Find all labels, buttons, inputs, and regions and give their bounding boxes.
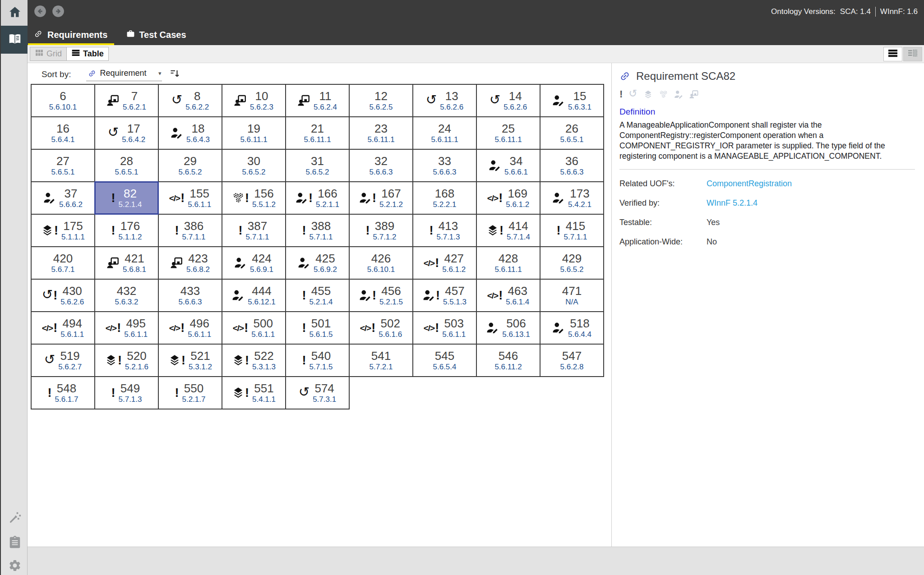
requirement-card[interactable]: 325.6.6.3 xyxy=(350,150,413,182)
requirement-card[interactable]: </>!5005.6.1.1 xyxy=(222,312,286,345)
requirement-card[interactable]: 1685.2.2.1 xyxy=(413,182,477,215)
requirement-card[interactable]: 4215.6.8.1 xyxy=(95,247,159,280)
requirement-card[interactable]: !1565.5.1.2 xyxy=(222,182,286,215)
requirement-card[interactable]: 315.6.5.2 xyxy=(286,150,350,182)
requirement-card[interactable]: !5505.2.1.7 xyxy=(159,377,222,409)
requirement-card[interactable]: 255.6.11.1 xyxy=(477,117,541,150)
requirement-card[interactable]: !5485.6.1.7 xyxy=(32,377,95,409)
requirement-card[interactable]: 4325.6.3.2 xyxy=(95,280,159,312)
requirement-card[interactable]: ↺5745.7.3.1 xyxy=(286,377,350,409)
list-layout-button[interactable] xyxy=(883,47,902,61)
requirement-card[interactable]: !4555.2.1.4 xyxy=(286,280,350,312)
requirement-card[interactable]: 275.6.5.1 xyxy=(32,150,95,182)
table-view-button[interactable]: Table xyxy=(67,47,108,60)
requirement-card[interactable]: ↺145.6.2.6 xyxy=(477,85,541,117)
requirement-card[interactable]: 4255.6.9.2 xyxy=(286,247,350,280)
requirement-card[interactable]: ↺175.6.4.2 xyxy=(95,117,159,150)
split-layout-button[interactable] xyxy=(903,47,922,61)
requirement-card[interactable]: !3875.7.1.1 xyxy=(222,215,286,247)
requirement-card[interactable]: </>!4635.6.1.4 xyxy=(477,280,541,312)
requirement-card[interactable]: 295.6.5.2 xyxy=(159,150,222,182)
requirement-card[interactable]: !1765.1.1.2 xyxy=(95,215,159,247)
sidebar-item-library[interactable] xyxy=(1,26,28,54)
requirement-card[interactable]: 4245.6.9.1 xyxy=(222,247,286,280)
requirement-card[interactable]: 245.6.11.1 xyxy=(413,117,477,150)
requirement-card[interactable]: 4295.6.5.2 xyxy=(541,247,604,280)
requirement-card[interactable]: 215.6.11.1 xyxy=(286,117,350,150)
requirement-card[interactable]: !5205.2.1.6 xyxy=(95,345,159,377)
requirement-card[interactable]: 75.6.2.1 xyxy=(95,85,159,117)
sidebar-item-home[interactable] xyxy=(1,0,28,26)
requirement-card[interactable]: !3885.7.1.1 xyxy=(286,215,350,247)
requirement-card[interactable]: !3895.7.1.2 xyxy=(350,215,413,247)
requirement-card[interactable]: 155.6.3.1 xyxy=(541,85,604,117)
requirement-card[interactable]: !4155.7.1.1 xyxy=(541,215,604,247)
requirement-card[interactable]: </>!5025.6.1.6 xyxy=(350,312,413,345)
requirement-card[interactable]: 125.6.2.5 xyxy=(350,85,413,117)
requirement-card[interactable]: 5415.7.2.1 xyxy=(350,345,413,377)
verified-by-link[interactable]: WInnF 5.2.1.4 xyxy=(707,198,758,208)
requirement-card[interactable]: !5495.7.1.3 xyxy=(95,377,159,409)
requirement-card[interactable]: </>!4965.6.1.1 xyxy=(159,312,222,345)
requirement-card[interactable]: !1665.2.1.1 xyxy=(286,182,350,215)
requirement-card[interactable]: 305.6.5.2 xyxy=(222,150,286,182)
requirement-card[interactable]: !4135.7.1.3 xyxy=(413,215,477,247)
requirement-card[interactable]: ↺!4305.6.2.6 xyxy=(32,280,95,312)
requirement-card[interactable]: </>!1695.6.1.2 xyxy=(477,182,541,215)
sort-field-select[interactable]: Requirement ▾ xyxy=(86,68,162,81)
requirement-card[interactable]: 335.6.6.3 xyxy=(413,150,477,182)
requirement-card[interactable]: 235.6.11.1 xyxy=(350,117,413,150)
grid-view-button[interactable]: Grid xyxy=(30,47,67,60)
requirement-card[interactable]: !4145.7.1.4 xyxy=(477,215,541,247)
requirement-card[interactable]: ↺5195.6.2.7 xyxy=(32,345,95,377)
requirement-card[interactable]: !4565.2.1.5 xyxy=(350,280,413,312)
requirement-card[interactable]: ↺135.6.2.6 xyxy=(413,85,477,117)
requirement-card[interactable]: 4235.6.8.2 xyxy=(159,247,222,280)
requirement-card[interactable]: 65.6.10.1 xyxy=(32,85,95,117)
forward-button[interactable] xyxy=(52,5,65,18)
requirement-card[interactable]: 1735.4.2.1 xyxy=(541,182,604,215)
requirement-card[interactable]: 4205.6.7.1 xyxy=(32,247,95,280)
requirement-card[interactable]: 4265.6.10.1 xyxy=(350,247,413,280)
requirement-card[interactable]: 365.6.6.3 xyxy=(541,150,604,182)
requirement-card[interactable]: !4575.5.1.3 xyxy=(413,280,477,312)
requirement-card[interactable]: 265.6.5.1 xyxy=(541,117,604,150)
requirement-card[interactable]: !825.2.1.4 xyxy=(95,182,159,215)
requirement-card[interactable]: !5215.3.1.2 xyxy=(159,345,222,377)
requirement-card[interactable]: 471N/A xyxy=(541,280,604,312)
requirement-card[interactable]: 5065.6.13.1 xyxy=(477,312,541,345)
back-button[interactable] xyxy=(34,5,46,18)
requirement-card[interactable]: </>!4275.6.1.2 xyxy=(413,247,477,280)
requirement-card[interactable]: 195.6.11.1 xyxy=(222,117,286,150)
requirement-card[interactable]: 345.6.6.1 xyxy=(477,150,541,182)
requirement-card[interactable]: </>!4945.6.1.1 xyxy=(32,312,95,345)
sort-direction-button[interactable] xyxy=(169,68,180,81)
requirement-card[interactable]: 5185.6.4.4 xyxy=(541,312,604,345)
related-uof-link[interactable]: ComponentRegistration xyxy=(707,179,792,189)
sidebar-item-wizard[interactable] xyxy=(1,509,28,529)
tab-test-cases[interactable]: Test Cases xyxy=(120,24,193,45)
requirement-card[interactable]: 375.6.6.2 xyxy=(32,182,95,215)
requirement-card[interactable]: </>!1555.6.1.1 xyxy=(159,182,222,215)
requirement-card[interactable]: !5225.3.1.3 xyxy=(222,345,286,377)
requirement-card[interactable]: 4335.6.6.3 xyxy=(159,280,222,312)
requirement-card[interactable]: 185.6.4.3 xyxy=(159,117,222,150)
requirement-card[interactable]: 285.6.5.1 xyxy=(95,150,159,182)
requirement-card[interactable]: 4285.6.11.1 xyxy=(477,247,541,280)
requirement-card[interactable]: 5465.6.11.2 xyxy=(477,345,541,377)
requirement-card[interactable]: 5475.6.2.8 xyxy=(541,345,604,377)
requirement-card[interactable]: 5455.6.5.4 xyxy=(413,345,477,377)
sidebar-item-settings[interactable] xyxy=(1,557,28,575)
tab-requirements[interactable]: Requirements xyxy=(28,24,114,45)
requirement-card[interactable]: !5515.4.1.1 xyxy=(222,377,286,409)
requirement-card[interactable]: 105.6.2.3 xyxy=(222,85,286,117)
requirement-card[interactable]: !1675.2.1.2 xyxy=(350,182,413,215)
requirement-card[interactable]: !5405.7.1.5 xyxy=(286,345,350,377)
sidebar-item-reports[interactable] xyxy=(1,533,28,553)
requirement-card[interactable]: !1755.1.1.1 xyxy=(32,215,95,247)
requirement-card[interactable]: ↺85.6.2.2 xyxy=(159,85,222,117)
requirement-card[interactable]: </>!5035.6.1.1 xyxy=(413,312,477,345)
requirement-card[interactable]: </>!4955.6.1.1 xyxy=(95,312,159,345)
requirement-card[interactable]: 4445.6.12.1 xyxy=(222,280,286,312)
requirement-card[interactable]: 115.6.2.4 xyxy=(286,85,350,117)
